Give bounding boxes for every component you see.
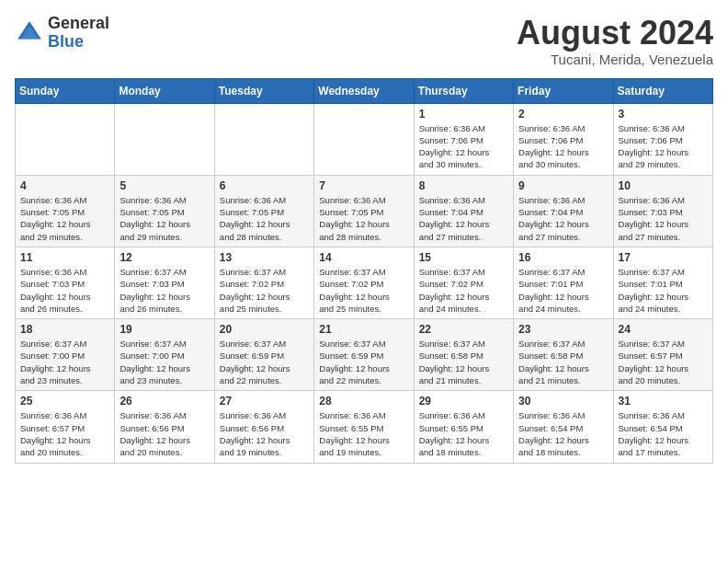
calendar-cell: 30Sunrise: 6:36 AM Sunset: 6:54 PM Dayli… [514,391,613,463]
weekday-header-friday: Friday [514,78,613,103]
calendar-cell: 26Sunrise: 6:36 AM Sunset: 6:56 PM Dayli… [115,391,214,463]
day-number: 5 [119,179,209,192]
day-info: Sunrise: 6:37 AM Sunset: 7:00 PM Dayligh… [119,338,209,386]
day-number: 16 [518,251,608,264]
day-number: 12 [119,251,209,264]
logo-text: General Blue [48,15,109,52]
page-header: General Blue August 2024 Tucani, Merida,… [15,15,713,67]
logo-blue: Blue [48,32,84,51]
day-number: 30 [518,395,608,408]
calendar-cell [314,103,414,175]
day-info: Sunrise: 6:36 AM Sunset: 7:03 PM Dayligh… [619,194,708,243]
calendar-cell: 5Sunrise: 6:36 AM Sunset: 7:05 PM Daylig… [115,175,214,247]
day-number: 17 [619,251,708,264]
day-number: 26 [119,395,209,408]
title-block: August 2024 Tucani, Merida, Venezuela [517,15,713,67]
calendar-cell: 4Sunrise: 6:36 AM Sunset: 7:05 PM Daylig… [16,175,115,247]
weekday-header-tuesday: Tuesday [214,78,313,103]
day-number: 28 [319,395,408,408]
calendar-week-2: 4Sunrise: 6:36 AM Sunset: 7:05 PM Daylig… [16,175,713,247]
day-info: Sunrise: 6:36 AM Sunset: 6:54 PM Dayligh… [518,409,608,458]
day-info: Sunrise: 6:36 AM Sunset: 7:05 PM Dayligh… [119,194,209,243]
calendar-week-5: 25Sunrise: 6:36 AM Sunset: 6:57 PM Dayli… [16,391,713,463]
day-info: Sunrise: 6:36 AM Sunset: 6:54 PM Dayligh… [619,409,708,458]
weekday-header-sunday: Sunday [16,78,115,103]
calendar-cell: 11Sunrise: 6:36 AM Sunset: 7:03 PM Dayli… [16,247,115,318]
calendar-cell: 23Sunrise: 6:37 AM Sunset: 6:58 PM Dayli… [514,319,613,391]
day-number: 7 [319,179,408,192]
day-info: Sunrise: 6:37 AM Sunset: 6:57 PM Dayligh… [619,338,708,386]
day-info: Sunrise: 6:36 AM Sunset: 7:04 PM Dayligh… [518,194,608,243]
day-number: 2 [518,108,608,121]
location: Tucani, Merida, Venezuela [517,52,713,67]
day-info: Sunrise: 6:37 AM Sunset: 6:59 PM Dayligh… [319,338,408,386]
calendar-cell [214,103,313,175]
calendar-cell: 22Sunrise: 6:37 AM Sunset: 6:58 PM Dayli… [414,319,513,391]
calendar-cell: 7Sunrise: 6:36 AM Sunset: 7:05 PM Daylig… [314,175,414,247]
day-number: 24 [619,323,708,336]
day-number: 6 [220,179,309,192]
calendar-cell: 2Sunrise: 6:36 AM Sunset: 7:06 PM Daylig… [514,103,613,175]
day-number: 14 [319,251,408,264]
calendar-week-3: 11Sunrise: 6:36 AM Sunset: 7:03 PM Dayli… [16,247,713,318]
day-info: Sunrise: 6:37 AM Sunset: 7:01 PM Dayligh… [518,266,608,315]
calendar-cell: 24Sunrise: 6:37 AM Sunset: 6:57 PM Dayli… [613,319,712,391]
day-number: 18 [20,323,109,336]
day-number: 22 [419,323,508,336]
day-info: Sunrise: 6:37 AM Sunset: 7:02 PM Dayligh… [220,266,309,315]
calendar-cell: 13Sunrise: 6:37 AM Sunset: 7:02 PM Dayli… [214,247,313,318]
day-info: Sunrise: 6:36 AM Sunset: 7:03 PM Dayligh… [20,266,109,315]
day-number: 4 [20,179,109,192]
calendar-cell: 15Sunrise: 6:37 AM Sunset: 7:02 PM Dayli… [414,247,513,318]
day-info: Sunrise: 6:37 AM Sunset: 6:58 PM Dayligh… [419,338,508,386]
calendar-cell: 10Sunrise: 6:36 AM Sunset: 7:03 PM Dayli… [613,175,712,247]
calendar-cell: 17Sunrise: 6:37 AM Sunset: 7:01 PM Dayli… [613,247,712,318]
calendar-cell: 3Sunrise: 6:36 AM Sunset: 7:06 PM Daylig… [613,103,712,175]
calendar-cell: 29Sunrise: 6:36 AM Sunset: 6:55 PM Dayli… [414,391,513,463]
calendar-cell [16,103,115,175]
day-info: Sunrise: 6:36 AM Sunset: 6:55 PM Dayligh… [419,409,508,458]
day-info: Sunrise: 6:36 AM Sunset: 7:06 PM Dayligh… [419,122,508,171]
day-number: 10 [619,179,708,192]
day-number: 9 [518,179,608,192]
day-info: Sunrise: 6:36 AM Sunset: 7:06 PM Dayligh… [518,122,608,171]
calendar-cell: 8Sunrise: 6:36 AM Sunset: 7:04 PM Daylig… [414,175,513,247]
day-info: Sunrise: 6:36 AM Sunset: 7:05 PM Dayligh… [20,194,109,243]
day-number: 25 [20,395,109,408]
calendar-cell: 6Sunrise: 6:36 AM Sunset: 7:05 PM Daylig… [214,175,313,247]
logo-general: General [48,14,109,32]
day-info: Sunrise: 6:36 AM Sunset: 7:05 PM Dayligh… [319,194,408,243]
calendar-cell: 20Sunrise: 6:37 AM Sunset: 6:59 PM Dayli… [214,319,313,391]
calendar-cell: 14Sunrise: 6:37 AM Sunset: 7:02 PM Dayli… [314,247,414,318]
day-number: 8 [419,179,508,192]
calendar-cell: 27Sunrise: 6:36 AM Sunset: 6:56 PM Dayli… [214,391,313,463]
day-info: Sunrise: 6:36 AM Sunset: 6:57 PM Dayligh… [20,409,109,458]
day-info: Sunrise: 6:37 AM Sunset: 7:03 PM Dayligh… [119,266,209,315]
day-info: Sunrise: 6:36 AM Sunset: 6:55 PM Dayligh… [319,409,408,458]
day-info: Sunrise: 6:36 AM Sunset: 6:56 PM Dayligh… [119,409,209,458]
calendar-cell: 28Sunrise: 6:36 AM Sunset: 6:55 PM Dayli… [314,391,414,463]
day-info: Sunrise: 6:37 AM Sunset: 7:02 PM Dayligh… [419,266,508,315]
day-number: 23 [518,323,608,336]
day-info: Sunrise: 6:37 AM Sunset: 6:59 PM Dayligh… [220,338,309,386]
day-number: 1 [419,108,508,121]
weekday-header-row: SundayMondayTuesdayWednesdayThursdayFrid… [16,78,713,103]
day-number: 13 [220,251,309,264]
day-number: 3 [619,108,708,121]
day-number: 20 [220,323,309,336]
weekday-header-monday: Monday [115,78,214,103]
calendar-cell: 19Sunrise: 6:37 AM Sunset: 7:00 PM Dayli… [115,319,214,391]
day-info: Sunrise: 6:37 AM Sunset: 7:01 PM Dayligh… [619,266,708,315]
day-number: 31 [619,395,708,408]
day-info: Sunrise: 6:36 AM Sunset: 6:56 PM Dayligh… [220,409,309,458]
calendar-cell: 31Sunrise: 6:36 AM Sunset: 6:54 PM Dayli… [613,391,712,463]
day-number: 29 [419,395,508,408]
logo-icon [15,18,44,48]
day-info: Sunrise: 6:37 AM Sunset: 7:02 PM Dayligh… [319,266,408,315]
calendar-cell: 21Sunrise: 6:37 AM Sunset: 6:59 PM Dayli… [314,319,414,391]
calendar-cell [115,103,214,175]
weekday-header-wednesday: Wednesday [314,78,414,103]
day-number: 19 [119,323,209,336]
weekday-header-thursday: Thursday [414,78,513,103]
calendar: SundayMondayTuesdayWednesdayThursdayFrid… [15,78,713,464]
